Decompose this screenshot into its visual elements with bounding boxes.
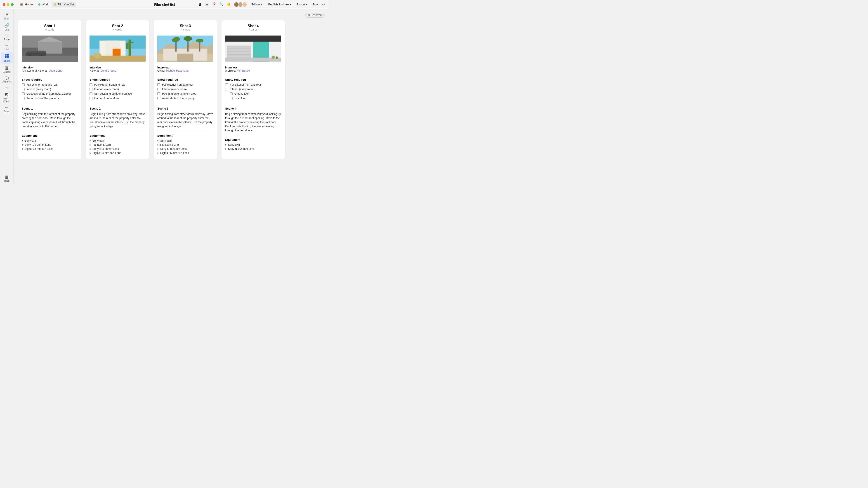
equipment-item: Sigma 35 mm f1.4 Lens [22,147,78,151]
shots-section-shot2: Shots required Full exterior front and r… [90,78,146,104]
shot-checkbox[interactable] [157,84,160,86]
column-shot4-header: Shot 4 4 cards [225,24,281,31]
shot-checkbox[interactable] [157,97,160,100]
interview-link-shot3[interactable]: Michael Haverland [166,69,188,72]
interview-block-shot4: Interview Architect Ron Burkle [225,66,281,75]
close-button[interactable] [3,3,5,6]
shot-text: Sun deck and outdoor fireplace [94,92,132,95]
svg-rect-0 [5,54,6,56]
svg-rect-33 [178,54,193,61]
svg-rect-1 [7,54,9,56]
sidebar-item-link[interactable]: 🔗 Link [1,22,13,32]
interview-link-shot4[interactable]: Ron Burkle [237,69,250,72]
bullet-icon [225,144,226,145]
publish-label: Publish & share [268,3,289,6]
editors-button[interactable]: Editors ▾ [250,2,264,7]
interview-link-shot1[interactable]: Joan Gand [49,69,62,72]
maximize-button[interactable] [11,3,13,6]
sidebar-item-add-image[interactable]: 🖼 Add image [1,92,13,104]
equipment-section-shot3: Equipment Sony a7iii Panasonic GH5 Sony … [157,134,213,155]
search-icon[interactable]: 🔍 [219,2,224,6]
tab-home[interactable]: M Home [17,2,35,7]
shot-item: Sun deck and outdoor fireplace [90,92,146,95]
shot-checkbox[interactable] [22,88,25,91]
equipment-section-shot4: Equipment Sony a7iii Sony f1.8 28mm Lens [225,138,281,151]
column-shot1: Shot 1 4 cards [18,20,81,159]
minimize-button[interactable] [7,3,9,6]
sidebar-item-column[interactable]: ▦ Column [1,64,13,74]
shot-checkbox[interactable] [90,97,92,100]
tab-film-label: Film shot list [58,3,74,6]
sidebar-item-trash[interactable]: 🗑 Trash [2,173,11,184]
column-shot4-count: 4 cards [225,28,281,31]
column-shot1-header: Shot 1 4 cards [22,24,78,31]
tab-work[interactable]: Work [36,2,51,7]
interview-block-shot2: Interview Historian John Crosse [90,66,146,75]
shot-item: Pool and entertainment area [157,92,213,95]
shot-checkbox[interactable] [225,88,228,91]
sidebar-item-comment-label: Comment [2,80,11,83]
sidebar-item-todo[interactable]: ☰ To-do [1,33,13,42]
shot-checkbox[interactable] [230,97,232,100]
interview-name-shot3: Owner Michael Haverland [157,69,213,72]
scene-text-shot1: Begin filming from the interior of the p… [22,112,78,128]
equipment-item: Sony a7iii [90,139,146,142]
editors-chevron-icon: ▾ [261,3,263,6]
bullet-icon [90,149,91,150]
sub-shot-item: First floor [230,97,281,100]
sidebar-item-more[interactable]: ··· [1,85,13,91]
equipment-text: Sony f1.8 28mm Lens [228,147,254,151]
sidebar-item-draw[interactable]: ✏ Draw [1,104,13,114]
shot-checkbox[interactable] [230,92,232,95]
shot-checkbox[interactable] [22,97,25,100]
sidebar-item-add-image-label: Add image [3,97,11,102]
interview-link-shot2[interactable]: John Crosse [101,69,116,72]
equipment-text: Sony a7iii [25,139,36,142]
shot-checkbox[interactable] [225,84,228,86]
shots-title-shot3: Shots required [157,78,213,81]
sidebar-item-comment[interactable]: 💬 Comment [1,75,13,84]
shot-text: Interior (every room) [94,88,119,91]
equipment-text: Sigma 35 mm f1.4 Lens [160,151,189,155]
titlebar: M Home Work Film shot list Film shot lis… [0,0,329,9]
avatar-3 [242,2,247,7]
equipment-text: Sony a7iii [228,143,240,147]
shot-checkbox[interactable] [22,92,25,95]
tab-film-shot-list[interactable]: Film shot list [52,2,76,7]
sidebar-item-board[interactable]: Board [1,52,13,64]
shot-checkbox[interactable] [157,88,160,91]
shot-checkbox[interactable] [90,84,92,86]
zoom-out-button[interactable]: Zoom out [311,2,327,7]
publish-share-button[interactable]: Publish & share ▾ [267,2,292,7]
interview-name-shot4: Architect Ron Burkle [225,69,281,72]
shot-text: Full exterior front and rear [94,83,125,86]
bullet-icon [157,140,158,141]
shot-checkbox[interactable] [22,84,25,86]
nav-tabs: M Home Work Film shot list [17,2,76,7]
sidebar-item-column-label: Column [3,71,10,73]
sidebar-item-line[interactable]: ✏ Line [1,42,13,52]
equipment-text: Sony f1.8 28mm Lens [25,143,51,147]
export-button[interactable]: Export ▾ [295,2,309,7]
publish-chevron-icon: ▾ [289,3,291,6]
notification-icon[interactable]: 🔔 [226,2,231,6]
column-icon: ▦ [5,65,8,70]
shot-item: Full exterior front and rear [90,83,146,86]
shot-checkbox[interactable] [90,88,92,91]
equipment-text: Sigma 35 mm f1.4 Lens [92,151,121,155]
help-icon[interactable]: ❓ [212,2,217,6]
shot-checkbox[interactable] [157,92,160,95]
shots-title-shot1: Shots required [22,78,78,81]
equipment-item: Sony f1.8 28mm Lens [22,143,78,147]
sidebar-item-board-label: Board [4,60,10,62]
sidebar-item-note[interactable]: ≡ Note [1,11,13,21]
column-shot4-image [225,34,281,63]
scene-title-shot3: Scene 3 [157,107,213,110]
more-icon: ··· [5,86,8,89]
sidebar: ≡ Note 🔗 Link ☰ To-do ✏ Line Board ▦ Col… [0,9,13,185]
notification-badge: 21 [204,3,209,6]
shot-checkbox[interactable] [90,92,92,95]
equipment-item: Sony f1.8 28mm Lens [90,147,146,151]
equipment-text: Panasonic GH5 [92,143,112,147]
shot-text: Aerial shots of the property [26,97,59,100]
